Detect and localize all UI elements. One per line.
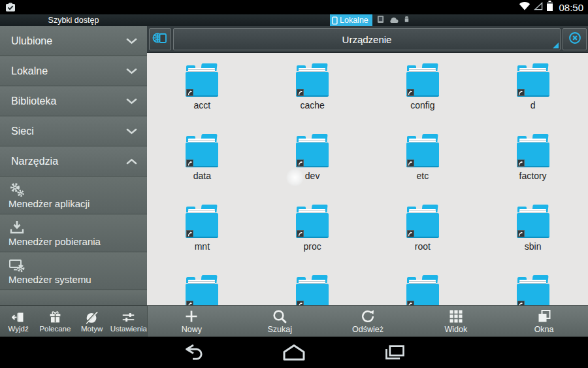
sidebar: Ulubione Lokalne Biblioteka Sieci Narzęd… <box>0 26 147 305</box>
folder-icon <box>295 275 330 305</box>
settings-sliders-icon <box>122 310 135 324</box>
folder-name: data <box>193 171 211 181</box>
back-icon[interactable] <box>181 344 206 361</box>
sidebar-tool-label: Menedżer aplikacji <box>8 198 90 209</box>
folder-item-etc[interactable]: etc <box>368 129 478 199</box>
folder-item-clipped[interactable] <box>147 270 257 305</box>
sidebar-tool-clipped[interactable] <box>0 290 147 305</box>
folder-icon <box>515 63 551 98</box>
shortcut-badge-icon <box>407 301 414 305</box>
folder-item-acct[interactable]: acct <box>147 58 257 129</box>
cloud-tab-icon[interactable] <box>389 14 399 26</box>
path-dropdown-corner-icon <box>553 42 559 48</box>
folder-item-mnt[interactable]: mnt <box>147 199 257 270</box>
folder-item-root[interactable]: root <box>368 199 478 270</box>
toolbar-button-wyjdz[interactable]: Wyjdź <box>0 306 37 337</box>
grid-view-icon <box>448 309 464 324</box>
tab-lokalne[interactable]: Lokalne <box>330 14 372 26</box>
toolbar-button-label: Motyw <box>81 325 103 333</box>
device-view-button[interactable] <box>149 28 171 50</box>
folder-name: factory <box>519 171 547 181</box>
gift-icon <box>48 310 62 324</box>
exit-icon <box>12 310 25 324</box>
folder-icon <box>515 275 551 305</box>
touch-ripple <box>286 169 304 186</box>
toolbar-button-szukaj[interactable]: Szukaj <box>236 306 324 337</box>
folder-icon <box>405 275 440 305</box>
sidebar-group-sieci[interactable]: Sieci <box>0 116 147 146</box>
download-manager-icon <box>8 219 101 236</box>
sidebar-tool-label: Menedżer systemu <box>8 274 91 285</box>
sidebar-group-label: Lokalne <box>11 65 48 77</box>
shortcut-badge-icon <box>186 230 193 237</box>
sidebar-tool-menedz-er-pobierania[interactable]: Menedżer pobierania <box>0 214 147 252</box>
sidebar-group-ulubione[interactable]: Ulubione <box>0 26 147 56</box>
cell-signal-empty-icon <box>534 1 543 13</box>
sidebar-tool-menedz-er-systemu[interactable]: Menedżer systemu <box>0 252 147 290</box>
toolbar-button-polecane[interactable]: Polecane <box>37 306 73 337</box>
shortcut-badge-icon <box>297 159 304 167</box>
sidebar-group-narze-dzia[interactable]: Narzędzia <box>0 146 147 176</box>
sidebar-group-lokalne[interactable]: Lokalne <box>0 56 147 86</box>
folder-item-clipped[interactable] <box>368 270 478 305</box>
android-tab-icon[interactable] <box>403 14 410 26</box>
file-grid-area: acct cache config d <box>147 53 588 305</box>
recents-icon[interactable] <box>383 344 406 361</box>
sidebar-group-biblioteka[interactable]: Biblioteka <box>0 86 147 116</box>
system-manager-icon <box>8 257 91 274</box>
chevron-down-icon <box>126 128 137 135</box>
folder-icon <box>405 134 440 169</box>
sidebar-tools: Menedżer aplikacji Menedżer pobierania M… <box>0 176 147 305</box>
toolbar-button-label: Wyjdź <box>8 325 29 333</box>
toolbar-button-ustawienia[interactable]: Ustawienia <box>110 306 147 337</box>
sidebar-group-label: Sieci <box>11 125 34 137</box>
folder-icon <box>295 205 330 239</box>
folder-name: cache <box>300 100 324 110</box>
shortcut-badge-icon <box>517 230 525 237</box>
folder-grid: acct cache config d <box>147 53 588 305</box>
shortcut-badge-icon <box>517 301 525 305</box>
folder-item-data[interactable]: data <box>147 129 257 199</box>
notification-bag-icon <box>5 1 16 14</box>
folder-item-sbin[interactable]: sbin <box>478 199 588 270</box>
folder-icon <box>184 63 220 98</box>
windows-icon <box>536 309 552 324</box>
sidebar-tool-label: Menedżer pobierania <box>8 236 101 247</box>
folder-icon <box>515 205 551 239</box>
sidebar-tool-menedz-er-aplikacji[interactable]: Menedżer aplikacji <box>0 176 147 214</box>
folder-icon <box>515 134 551 169</box>
device-tab-icon[interactable] <box>377 14 384 26</box>
folder-item-proc[interactable]: proc <box>257 199 368 270</box>
close-window-button[interactable] <box>563 28 587 50</box>
toolbar-button-nowy[interactable]: Nowy <box>148 306 236 337</box>
toolbar-button-label: Odśwież <box>352 325 384 334</box>
wifi-icon <box>519 1 531 13</box>
shortcut-badge-icon <box>186 301 193 305</box>
toolbar-left-section: Wyjdź Polecane Motyw Ustawienia <box>0 305 147 337</box>
home-icon[interactable] <box>281 344 307 361</box>
toolbar-button-label: Okna <box>534 325 554 334</box>
shortcut-badge-icon <box>407 159 414 167</box>
toolbar-button-ods-wiez[interactable]: Odśwież <box>324 306 412 337</box>
folder-item-dev[interactable]: dev <box>257 129 368 199</box>
refresh-icon <box>360 309 376 324</box>
android-nav-bar <box>0 337 588 368</box>
toolbar-button-label: Szukaj <box>267 325 292 334</box>
folder-name: etc <box>417 171 429 181</box>
toolbar-button-okna[interactable]: Okna <box>500 306 588 337</box>
folder-name: dev <box>305 171 320 181</box>
main-panel: Urządzenie acct <box>147 26 588 305</box>
folder-item-cache[interactable]: cache <box>257 58 368 129</box>
toolbar-button-widok[interactable]: Widok <box>412 306 500 337</box>
folder-item-config[interactable]: config <box>368 58 478 129</box>
folder-item-clipped[interactable] <box>257 270 368 305</box>
folder-item-factory[interactable]: factory <box>478 129 588 199</box>
folder-item-clipped[interactable] <box>478 270 588 305</box>
toolbar-button-motyw[interactable]: Motyw <box>74 306 110 337</box>
chevron-down-icon <box>126 38 137 44</box>
current-path-button[interactable]: Urządzenie <box>173 28 561 50</box>
theme-palette-icon <box>85 310 99 324</box>
folder-name: sbin <box>525 241 542 252</box>
folder-name: proc <box>304 241 321 252</box>
folder-item-d[interactable]: d <box>478 58 588 129</box>
